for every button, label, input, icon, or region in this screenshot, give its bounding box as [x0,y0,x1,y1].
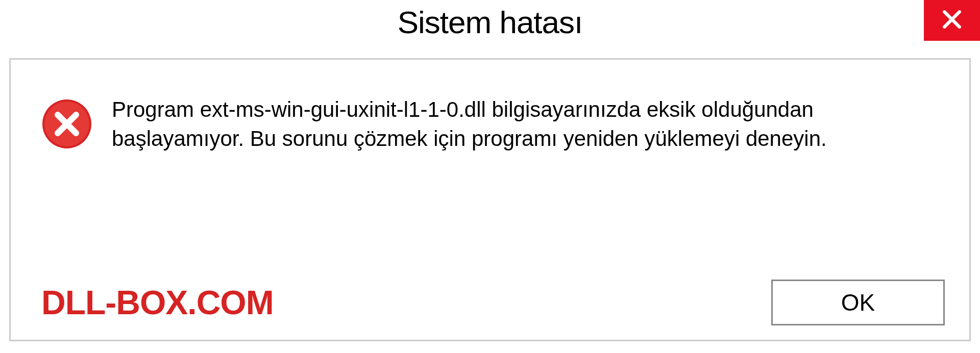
watermark-text: DLL-BOX.COM [41,283,274,322]
ok-button[interactable]: OK [771,280,945,325]
message-row: Program ext-ms-win-gui-uxinit-l1-1-0.dll… [41,95,939,153]
dialog-title: Sistem hatası [398,4,583,40]
error-icon [41,98,92,149]
close-button[interactable] [924,0,980,41]
dialog-content: Program ext-ms-win-gui-uxinit-l1-1-0.dll… [9,58,971,341]
title-bar: Sistem hatası [0,0,980,51]
close-icon [941,8,963,33]
dialog-message: Program ext-ms-win-gui-uxinit-l1-1-0.dll… [112,95,928,153]
dialog-footer: DLL-BOX.COM OK [11,280,969,325]
